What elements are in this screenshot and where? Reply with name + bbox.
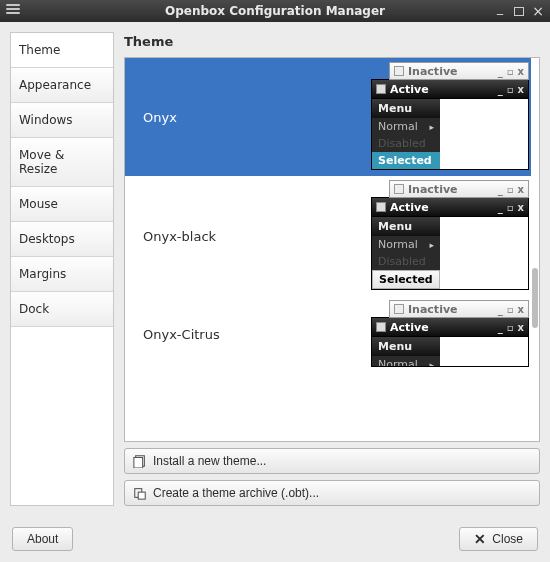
preview-menu-title: Menu bbox=[372, 337, 440, 356]
preview-inactive-label: Inactive bbox=[408, 65, 494, 78]
sidebar-item-label: Move & Resize bbox=[19, 148, 64, 176]
preview-active-label: Active bbox=[390, 83, 494, 96]
preview-menu-selected: Selected bbox=[372, 270, 440, 289]
preview-active-label: Active bbox=[390, 201, 494, 214]
minimize-icon: _ bbox=[498, 322, 503, 333]
theme-name: Onyx-black bbox=[143, 229, 369, 244]
footer: About ✕ Close bbox=[0, 516, 550, 562]
theme-row[interactable]: Onyx-black Inactive _ ▫ x Active _ bbox=[125, 176, 531, 296]
preview-inactive-titlebar: Inactive _ ▫ x bbox=[389, 62, 529, 80]
preview-client-area bbox=[440, 217, 528, 289]
maximize-icon: ▫ bbox=[507, 66, 514, 77]
sidebar-item-theme[interactable]: Theme bbox=[11, 33, 113, 68]
maximize-icon: ▫ bbox=[507, 322, 514, 333]
maximize-icon: ▫ bbox=[507, 304, 514, 315]
about-button[interactable]: About bbox=[12, 527, 73, 551]
sidebar-item-desktops[interactable]: Desktops bbox=[11, 222, 113, 257]
close-button-label: Close bbox=[492, 532, 523, 546]
sidebar-item-label: Windows bbox=[19, 113, 73, 127]
close-icon: ✕ bbox=[474, 533, 486, 545]
submenu-arrow-icon: ▸ bbox=[429, 360, 434, 368]
preview-menu: Menu Normal ▸ bbox=[372, 337, 440, 366]
theme-row[interactable]: Onyx-Citrus Inactive _ ▫ x Active _ bbox=[125, 296, 531, 373]
preview-active-label: Active bbox=[390, 321, 494, 334]
sidebar-item-label: Desktops bbox=[19, 232, 75, 246]
install-theme-label: Install a new theme... bbox=[153, 454, 266, 468]
section-title: Theme bbox=[124, 32, 540, 57]
maximize-icon: ▫ bbox=[507, 84, 514, 95]
preview-menu: Menu Normal ▸ Disabled Selected bbox=[372, 217, 440, 289]
close-icon: x bbox=[518, 202, 524, 213]
preview-active-titlebar: Active _ ▫ x bbox=[371, 317, 529, 337]
svg-rect-3 bbox=[138, 492, 145, 499]
close-icon: x bbox=[518, 322, 524, 333]
preview-inactive-titlebar: Inactive _ ▫ x bbox=[389, 300, 529, 318]
theme-preview: Inactive _ ▫ x Active _ ▫ x bbox=[369, 296, 531, 373]
theme-name: Onyx-Citrus bbox=[143, 327, 369, 342]
window-title: Openbox Configuration Manager bbox=[165, 4, 385, 18]
theme-row[interactable]: Onyx Inactive _ ▫ x Active _ bbox=[125, 58, 531, 176]
main-panel: Theme Onyx Inactive _ ▫ x bbox=[124, 32, 540, 506]
preview-menu-disabled: Disabled bbox=[372, 253, 440, 270]
preview-inactive-titlebar: Inactive _ ▫ x bbox=[389, 180, 529, 198]
window-icon bbox=[376, 322, 386, 332]
sidebar-item-windows[interactable]: Windows bbox=[11, 103, 113, 138]
window-icon bbox=[376, 202, 386, 212]
preview-inactive-label: Inactive bbox=[408, 303, 494, 316]
sidebar-item-dock[interactable]: Dock bbox=[11, 292, 113, 327]
theme-list[interactable]: Onyx Inactive _ ▫ x Active _ bbox=[124, 57, 540, 442]
window-icon bbox=[394, 304, 404, 314]
preview-menu-title: Menu bbox=[372, 217, 440, 236]
window-titlebar: Openbox Configuration Manager bbox=[0, 0, 550, 22]
sidebar-item-move-resize[interactable]: Move & Resize bbox=[11, 138, 113, 187]
preview-client-area bbox=[440, 337, 528, 366]
preview-menu-normal: Normal ▸ bbox=[372, 118, 440, 135]
install-theme-button[interactable]: Install a new theme... bbox=[124, 448, 540, 474]
minimize-icon: _ bbox=[498, 304, 503, 315]
preview-active-titlebar: Active _ ▫ x bbox=[371, 197, 529, 217]
create-archive-button[interactable]: Create a theme archive (.obt)... bbox=[124, 480, 540, 506]
minimize-icon: _ bbox=[498, 66, 503, 77]
sidebar-item-margins[interactable]: Margins bbox=[11, 257, 113, 292]
close-icon: x bbox=[518, 84, 524, 95]
preview-inactive-label: Inactive bbox=[408, 183, 494, 196]
about-button-label: About bbox=[27, 532, 58, 546]
close-button[interactable]: ✕ Close bbox=[459, 527, 538, 551]
maximize-icon: ▫ bbox=[507, 202, 514, 213]
theme-preview: Inactive _ ▫ x Active _ ▫ x bbox=[369, 176, 531, 296]
theme-preview: Inactive _ ▫ x Active _ ▫ x bbox=[369, 58, 531, 176]
preview-menu-normal-label: Normal bbox=[378, 238, 418, 251]
minimize-icon: _ bbox=[498, 202, 503, 213]
preview-menu-normal: Normal ▸ bbox=[372, 356, 440, 367]
preview-client-area bbox=[440, 99, 528, 169]
window-icon bbox=[376, 84, 386, 94]
preview-menu: Menu Normal ▸ Disabled Selected bbox=[372, 99, 440, 169]
preview-menu-normal-label: Normal bbox=[378, 120, 418, 133]
close-icon: x bbox=[518, 66, 524, 77]
submenu-arrow-icon: ▸ bbox=[429, 122, 434, 132]
window-minimize-button[interactable] bbox=[492, 4, 508, 18]
window-close-button[interactable] bbox=[530, 4, 546, 18]
install-icon bbox=[133, 454, 147, 468]
window-app-icon bbox=[6, 4, 20, 18]
sidebar-item-label: Mouse bbox=[19, 197, 58, 211]
svg-rect-1 bbox=[134, 458, 143, 469]
sidebar-item-label: Appearance bbox=[19, 78, 91, 92]
submenu-arrow-icon: ▸ bbox=[429, 240, 434, 250]
preview-menu-normal: Normal ▸ bbox=[372, 236, 440, 253]
create-archive-label: Create a theme archive (.obt)... bbox=[153, 486, 319, 500]
preview-active-titlebar: Active _ ▫ x bbox=[371, 79, 529, 99]
sidebar-item-appearance[interactable]: Appearance bbox=[11, 68, 113, 103]
close-icon: x bbox=[518, 184, 524, 195]
sidebar-item-label: Dock bbox=[19, 302, 49, 316]
sidebar-item-label: Theme bbox=[19, 43, 60, 57]
minimize-icon: _ bbox=[498, 84, 503, 95]
preview-menu-selected: Selected bbox=[372, 152, 440, 169]
sidebar: Theme Appearance Windows Move & Resize M… bbox=[10, 32, 114, 506]
scrollbar-thumb[interactable] bbox=[532, 268, 538, 328]
window-maximize-button[interactable] bbox=[514, 7, 524, 16]
sidebar-item-mouse[interactable]: Mouse bbox=[11, 187, 113, 222]
sidebar-item-label: Margins bbox=[19, 267, 66, 281]
theme-name: Onyx bbox=[143, 110, 369, 125]
maximize-icon: ▫ bbox=[507, 184, 514, 195]
